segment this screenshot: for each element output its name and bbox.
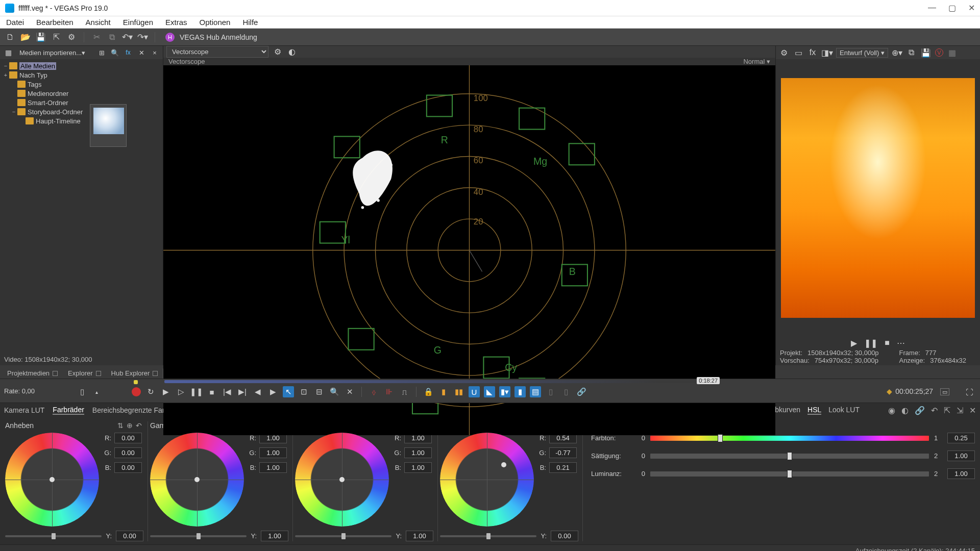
timecode-display[interactable]: ◆00:00:25;27 ▭ xyxy=(887,387,949,395)
g-value-input[interactable] xyxy=(114,447,142,458)
color-wheel[interactable] xyxy=(150,433,244,527)
tree-item[interactable]: Smart-Ordner xyxy=(2,98,161,107)
preview-grid-icon[interactable]: ▦ xyxy=(947,47,958,58)
import-media-button[interactable]: Medien importieren... ▾ xyxy=(16,48,88,58)
zoom-tool-icon[interactable]: 🔍 xyxy=(329,386,340,397)
hsl-slider[interactable] xyxy=(650,471,929,477)
tab-projektmedien[interactable]: Projektmedien xyxy=(2,368,63,379)
grade-compare-icon[interactable]: ◐ xyxy=(901,406,909,415)
pause-icon[interactable]: ❚❚ xyxy=(191,386,202,397)
minimize-button[interactable]: — xyxy=(928,3,936,13)
grade-tab-hsl[interactable]: HSL xyxy=(807,406,821,415)
record-button[interactable] xyxy=(132,387,141,396)
scope-mode-select[interactable]: Normal ▾ xyxy=(743,58,770,65)
save-icon[interactable]: 💾 xyxy=(36,32,46,42)
tab-hub-explorer[interactable]: Hub Explorer xyxy=(106,368,163,379)
open-icon[interactable]: 📂 xyxy=(20,32,31,42)
y-slider[interactable] xyxy=(150,535,247,537)
bus-icon[interactable]: ▮ xyxy=(514,386,526,397)
copy-icon[interactable]: ⧉ xyxy=(107,32,117,42)
preview-more-icon[interactable]: ⋯ xyxy=(897,338,905,348)
preview-split-icon[interactable]: ◨▾ xyxy=(822,47,832,58)
normal-edit-tool-icon[interactable]: ↖ xyxy=(283,386,294,397)
preview-settings-icon[interactable]: ⚙ xyxy=(779,47,789,58)
timeline-scrubber[interactable]: 0:18:27 xyxy=(164,380,715,384)
menu-extras[interactable]: Extras xyxy=(165,18,187,27)
preview-save-icon[interactable]: 💾 xyxy=(921,47,931,58)
auto-ripple-icon[interactable]: ▮ xyxy=(438,386,449,397)
rate-knob-icon[interactable]: ▯ xyxy=(77,386,88,397)
color-wheel[interactable] xyxy=(5,433,99,527)
grade-bypass-icon[interactable]: ◉ xyxy=(888,406,895,415)
b-value-input[interactable] xyxy=(549,462,577,473)
wheel-reset-icon[interactable]: ↶ xyxy=(134,421,143,430)
preview-external-icon[interactable]: ▭ xyxy=(793,47,803,58)
snap-marker-icon[interactable]: ⎍ xyxy=(399,386,410,397)
redo-icon[interactable]: ↷▾ xyxy=(137,32,148,42)
maximize-timeline-icon[interactable]: ⛶ xyxy=(964,386,975,397)
tab-explorer[interactable]: Explorer xyxy=(63,368,106,379)
preview-play-icon[interactable]: ▶ xyxy=(851,338,857,348)
g-value-input[interactable] xyxy=(404,447,432,458)
tree-item[interactable]: Medienordner xyxy=(2,89,161,98)
maximize-button[interactable]: ▢ xyxy=(948,3,956,13)
master-icon[interactable]: ▤ xyxy=(530,386,541,397)
grade-tab-kamera-lut[interactable]: Kamera LUT xyxy=(4,406,44,414)
hsl-slider[interactable] xyxy=(650,436,929,441)
share-icon[interactable]: 🔗 xyxy=(576,386,587,397)
rate-reset-icon[interactable]: ▴ xyxy=(91,386,102,397)
hub-label[interactable]: VEGAS Hub Anmeldung xyxy=(180,33,257,41)
event-fx-icon[interactable]: ◣ xyxy=(484,386,495,397)
menu-ansicht[interactable]: Ansicht xyxy=(86,18,111,27)
y-value-input[interactable] xyxy=(406,531,433,541)
scope-refresh-icon[interactable]: ◐ xyxy=(287,47,297,57)
y-value-input[interactable] xyxy=(551,531,578,541)
wheel-picker-icon[interactable]: ⊕ xyxy=(125,421,134,430)
preview-fx-icon[interactable]: fx xyxy=(807,47,818,58)
envelope-tool-icon[interactable]: ⊟ xyxy=(313,386,325,397)
misc2-icon[interactable]: ▯ xyxy=(560,386,572,397)
b-value-input[interactable] xyxy=(259,462,287,473)
preview-stop-icon[interactable]: ■ xyxy=(885,338,890,347)
play-start-icon[interactable]: ▶ xyxy=(160,386,172,397)
tree-item[interactable]: Haupt-Timeline xyxy=(2,116,161,126)
menu-einfuegen[interactable]: Einfügen xyxy=(123,18,153,27)
tree-item[interactable]: Tags xyxy=(2,80,161,89)
media-thumbnail[interactable] xyxy=(90,104,127,147)
wheel-adjust-icon[interactable]: ⇅ xyxy=(116,421,125,430)
preview-overlay-icon[interactable]: ⊕▾ xyxy=(892,47,902,58)
hsl-value-input[interactable] xyxy=(947,450,975,461)
color-wheel[interactable] xyxy=(440,433,534,527)
remove-icon[interactable]: ✕ xyxy=(136,47,146,58)
grade-reset-icon[interactable]: ↶ xyxy=(931,406,938,415)
hsl-value-input[interactable] xyxy=(947,468,975,479)
b-value-input[interactable] xyxy=(404,462,432,473)
y-slider[interactable] xyxy=(5,535,102,537)
media-fx-icon[interactable]: fx xyxy=(123,47,133,58)
views-icon[interactable]: ⊞ xyxy=(96,47,107,58)
undo-icon[interactable]: ↶▾ xyxy=(122,32,132,42)
snap-grid-icon[interactable]: ⊪ xyxy=(383,386,395,397)
lock-icon[interactable]: 🔒 xyxy=(423,386,434,397)
tree-item[interactable]: +Nach Typ xyxy=(2,70,161,80)
go-start-icon[interactable]: |◀ xyxy=(222,386,233,397)
menu-optionen[interactable]: Optionen xyxy=(200,18,231,27)
preview-copy-icon[interactable]: ⧉ xyxy=(906,47,917,58)
misc1-icon[interactable]: ▯ xyxy=(545,386,556,397)
stop-icon[interactable]: ■ xyxy=(206,386,217,397)
scope-type-select[interactable]: Vectorscope xyxy=(166,46,268,58)
nested-tl-icon[interactable]: U xyxy=(469,386,480,397)
delete-icon[interactable]: ✕ xyxy=(344,386,355,397)
grade-close-icon[interactable]: ✕ xyxy=(969,406,976,415)
menu-datei[interactable]: Datei xyxy=(6,18,24,27)
y-value-input[interactable] xyxy=(116,531,143,541)
menu-bearbeiten[interactable]: Bearbeiten xyxy=(36,18,74,27)
scope-settings-icon[interactable]: ⚙ xyxy=(273,47,283,57)
search-icon[interactable]: 🔍 xyxy=(110,47,120,58)
properties-icon[interactable]: ⚙ xyxy=(66,32,77,42)
loop-icon[interactable]: ↻ xyxy=(145,386,156,397)
selection-tool-icon[interactable]: ⊡ xyxy=(298,386,309,397)
track-fx-icon[interactable]: ▮▾ xyxy=(499,386,510,397)
preview-quality-select[interactable]: Entwurf (Voll) ▾ xyxy=(836,48,888,58)
r-value-input[interactable] xyxy=(114,433,142,443)
